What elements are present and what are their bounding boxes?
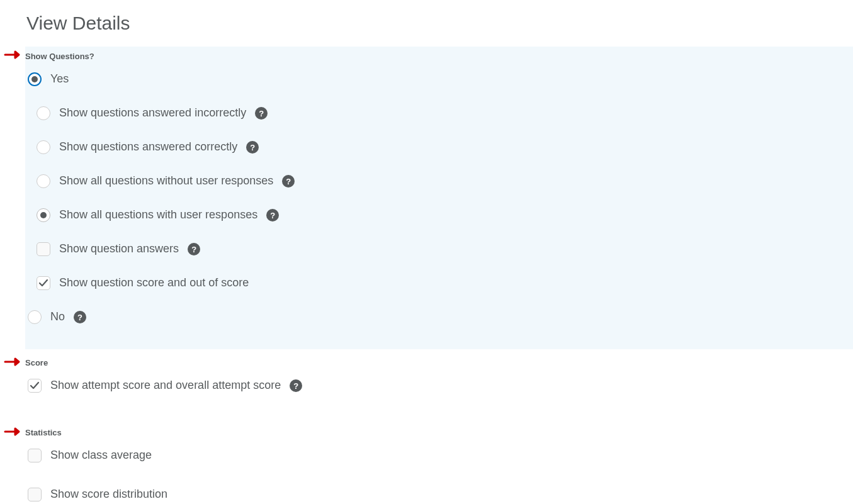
answers-label: Show question answers <box>59 242 179 256</box>
show-questions-section: Show Questions? Yes Show questions answe… <box>25 47 853 349</box>
no-radio[interactable] <box>28 310 42 324</box>
attempt-score-row: Show attempt score and overall attempt s… <box>28 379 853 393</box>
answers-row: Show question answers ? <box>37 242 853 256</box>
incorrectly-label: Show questions answered incorrectly <box>59 106 246 120</box>
yes-label: Yes <box>50 72 69 86</box>
help-icon[interactable]: ? <box>282 175 295 188</box>
class-average-row: Show class average <box>28 449 853 462</box>
help-icon[interactable]: ? <box>266 209 279 221</box>
help-icon[interactable]: ? <box>74 311 86 323</box>
correctly-label: Show questions answered correctly <box>59 140 237 154</box>
score-distribution-row: Show score distribution <box>28 488 853 501</box>
yes-radio[interactable] <box>28 72 42 86</box>
class-average-label: Show class average <box>50 449 152 462</box>
score-outof-label: Show question score and out of score <box>59 276 249 290</box>
incorrectly-radio[interactable] <box>37 106 50 120</box>
with-responses-row: Show all questions with user responses ? <box>37 208 853 222</box>
attempt-score-checkbox[interactable] <box>28 379 42 393</box>
class-average-checkbox[interactable] <box>28 449 42 462</box>
statistics-label: Statistics <box>25 428 853 437</box>
with-responses-radio[interactable] <box>37 208 50 222</box>
arrow-icon <box>4 357 25 367</box>
help-icon[interactable]: ? <box>188 243 200 255</box>
without-responses-radio[interactable] <box>37 174 50 188</box>
correctly-row: Show questions answered correctly ? <box>37 140 853 154</box>
arrow-icon <box>4 50 25 60</box>
yes-radio-row: Yes <box>28 72 853 86</box>
without-responses-label: Show all questions without user response… <box>59 174 273 188</box>
correctly-radio[interactable] <box>37 140 50 154</box>
show-questions-label: Show Questions? <box>25 52 853 61</box>
answers-checkbox[interactable] <box>37 242 50 256</box>
score-distribution-checkbox[interactable] <box>28 488 42 501</box>
with-responses-label: Show all questions with user responses <box>59 208 257 222</box>
arrow-icon <box>4 427 25 437</box>
statistics-section: Statistics Show class average Show score… <box>25 412 853 504</box>
score-distribution-label: Show score distribution <box>50 488 167 501</box>
help-icon[interactable]: ? <box>290 379 302 392</box>
help-icon[interactable]: ? <box>246 141 259 154</box>
score-label: Score <box>25 358 853 367</box>
help-icon[interactable]: ? <box>255 107 268 120</box>
score-outof-row: Show question score and out of score <box>37 276 853 290</box>
no-radio-row: No ? <box>28 310 853 324</box>
no-label: No <box>50 310 65 324</box>
page-heading: View Details <box>26 13 853 34</box>
score-section: Score Show attempt score and overall att… <box>25 349 853 412</box>
score-outof-checkbox[interactable] <box>37 276 50 290</box>
incorrectly-row: Show questions answered incorrectly ? <box>37 106 853 120</box>
attempt-score-label: Show attempt score and overall attempt s… <box>50 379 281 393</box>
without-responses-row: Show all questions without user response… <box>37 174 853 188</box>
